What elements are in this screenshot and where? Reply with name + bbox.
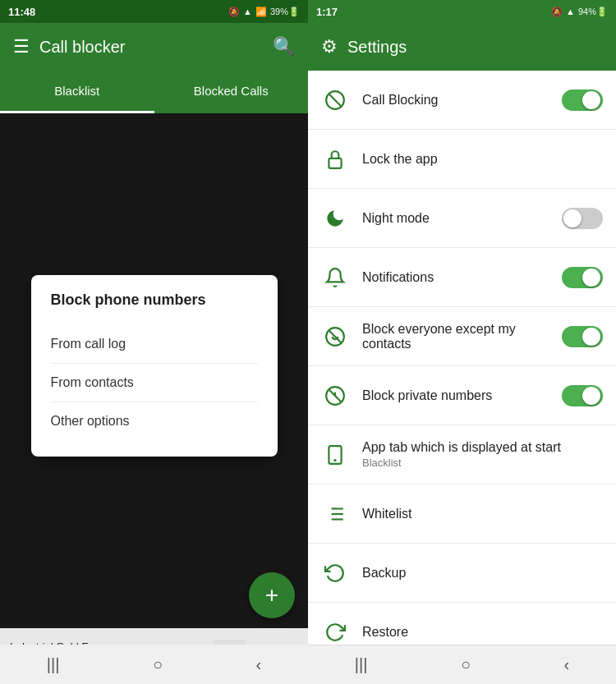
nav-recents-icon-right[interactable]: ||| [355,655,368,674]
toggle-no_contact[interactable] [562,326,603,347]
status-icons-left: 🔕 ▲ 📶 39%🔋 [228,7,300,17]
battery-pct-right: 94%🔋 [578,7,608,17]
backup-icon [321,559,349,587]
nav-home-icon[interactable]: ○ [153,655,163,674]
nav-home-icon-right[interactable]: ○ [461,655,471,674]
settings-label-1: Lock the app [362,152,603,167]
signal-icon-left: 📶 [255,7,267,17]
toggle-block_circle[interactable] [562,90,603,111]
settings-label-8: Backup [362,566,603,581]
modal-item-other-options[interactable]: Other options [51,402,258,440]
settings-label-9: Restore [362,625,603,640]
modal-box: Block phone numbers From call log From c… [31,275,278,457]
battery-icon-left: 🔕 [228,7,240,17]
toggle-bell[interactable] [562,267,603,288]
settings-item-private[interactable]: Block private numbers [308,366,616,425]
settings-item-restore[interactable]: Restore [308,603,616,645]
modal-item-from-contacts[interactable]: From contacts [51,364,258,402]
fab-add-button[interactable]: + [249,572,295,618]
status-time-left: 11:48 [8,6,35,18]
modal-item-from-call-log[interactable]: From call log [51,325,258,364]
settings-label-3: Notifications [362,270,549,285]
settings-label-5: Block private numbers [362,388,549,403]
wifi-icon-right: ▲ [566,7,575,16]
restore-icon [321,618,349,645]
settings-sublabel-6: Blacklist [362,457,603,469]
settings-item-bell[interactable]: Notifications [308,248,616,307]
settings-item-no_contact[interactable]: Block everyone except my contacts [308,307,616,366]
wifi-icon-left: ▲ [243,7,252,16]
settings-label-2: Night mode [362,211,549,226]
status-time-right: 1:17 [316,6,338,18]
modal-title: Block phone numbers [51,292,258,309]
search-icon[interactable]: 🔍 [273,36,295,57]
settings-label-7: Whitelist [362,507,603,521]
settings-item-list[interactable]: Whitelist [308,484,616,544]
nav-bar-left: ||| ○ ‹ [0,645,308,684]
hamburger-icon[interactable]: ☰ [13,36,30,57]
right-panel: 1:17 🔕 ▲ 94%🔋 ⚙ Settings Call Blocking L… [308,0,616,684]
nav-recents-icon[interactable]: ||| [47,655,60,674]
nav-back-icon[interactable]: ‹ [256,655,262,674]
settings-item-moon[interactable]: Night mode [308,189,616,248]
no_contact-icon [321,323,349,351]
tab-blocked-calls[interactable]: Blocked Calls [154,71,309,113]
status-bar-right: 1:17 🔕 ▲ 94%🔋 [308,0,616,23]
tabs-bar: Blacklist Blocked Calls [0,71,308,113]
settings-gear-icon: ⚙ [321,36,338,57]
nav-bar-right: ||| ○ ‹ [308,645,616,684]
settings-label-6: App tab which is displayed at start [362,440,603,455]
toggle-moon[interactable] [562,208,603,229]
silent-icon-right: 🔕 [551,7,563,17]
tab-blacklist[interactable]: Blacklist [0,71,154,113]
list-icon [321,500,349,528]
app-title-right: Settings [347,38,407,57]
svg-line-4 [329,330,341,342]
moon-icon [321,204,349,232]
settings-item-backup[interactable]: Backup [308,544,616,603]
private-icon [321,382,349,410]
svg-rect-2 [329,158,341,168]
battery-pct-left: 39%🔋 [270,7,300,17]
left-panel: 11:48 🔕 ▲ 📶 39%🔋 ☰ Call blocker 🔍 Blackl… [0,0,308,684]
lock-icon [321,145,349,173]
block_circle-icon [321,86,349,114]
toggle-private[interactable] [562,385,603,406]
settings-item-tablet[interactable]: App tab which is displayed at startBlack… [308,425,616,484]
app-bar-left: ☰ Call blocker 🔍 [0,23,308,71]
app-title-left: Call blocker [39,38,263,57]
settings-label-0: Call Blocking [362,93,549,108]
tablet-icon [321,441,349,469]
svg-line-1 [329,94,341,106]
nav-back-icon-right[interactable]: ‹ [564,655,570,674]
settings-label-4: Block everyone except my contacts [362,322,549,351]
bell-icon [321,264,349,292]
settings-item-lock[interactable]: Lock the app [308,130,616,189]
settings-item-block_circle[interactable]: Call Blocking [308,71,616,130]
status-icons-right: 🔕 ▲ 94%🔋 [551,7,608,17]
status-bar-left: 11:48 🔕 ▲ 📶 39%🔋 [0,0,308,23]
app-bar-right: ⚙ Settings [308,23,616,71]
left-content: Block phone numbers From call log From c… [0,113,308,684]
settings-list: Call Blocking Lock the app Night mode No… [308,71,616,645]
